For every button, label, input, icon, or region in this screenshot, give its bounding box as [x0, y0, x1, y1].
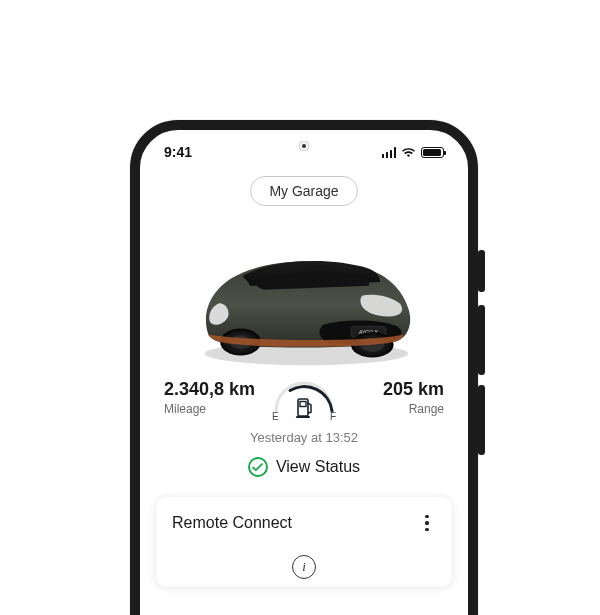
remote-connect-title: Remote Connect	[172, 514, 292, 532]
battery-icon	[421, 147, 444, 158]
mileage-metric: 2.340,8 km Mileage	[164, 379, 259, 416]
vehicle-image: AYGO X	[177, 218, 432, 373]
clock: 9:41	[164, 144, 192, 160]
more-options-button[interactable]	[418, 511, 436, 535]
view-status-label: View Status	[276, 458, 360, 476]
info-icon[interactable]: i	[292, 555, 316, 579]
my-garage-button[interactable]: My Garage	[250, 176, 357, 206]
svg-rect-8	[296, 416, 310, 418]
fuel-gauge: E F	[262, 379, 346, 420]
remote-connect-card: Remote Connect i	[156, 497, 452, 587]
wifi-icon	[401, 147, 416, 158]
cellular-signal-icon	[382, 147, 397, 158]
range-value: 205 km	[349, 379, 444, 400]
fuel-full-label: F	[330, 411, 336, 422]
metrics-row: 2.340,8 km Mileage E F	[156, 379, 452, 420]
svg-rect-7	[300, 402, 306, 407]
fuel-pump-icon	[293, 396, 315, 420]
range-metric: 205 km Range	[349, 379, 444, 416]
last-updated: Yesterday at 13:52	[250, 430, 358, 445]
fuel-empty-label: E	[272, 411, 279, 422]
status-bar: 9:41	[140, 140, 468, 164]
side-button	[478, 305, 485, 375]
view-status-button[interactable]: View Status	[248, 457, 360, 477]
range-label: Range	[349, 402, 444, 416]
mileage-label: Mileage	[164, 402, 259, 416]
side-button	[478, 385, 485, 455]
mileage-value: 2.340,8 km	[164, 379, 259, 400]
phone-frame: 9:41 My Garage	[130, 120, 478, 615]
status-icons	[382, 147, 445, 158]
check-circle-icon	[248, 457, 268, 477]
side-button	[478, 250, 485, 292]
